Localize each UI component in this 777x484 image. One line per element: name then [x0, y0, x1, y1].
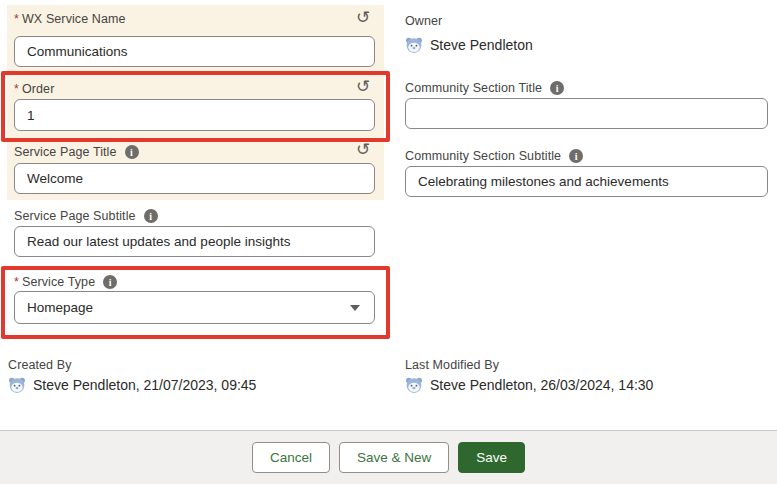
field-label-text: Created By: [8, 358, 72, 372]
user-avatar-icon: [405, 36, 423, 54]
last-modified-by-value: Steve Pendleton, 26/03/2024, 14:30: [405, 376, 653, 394]
form-footer: Cancel Save & New Save: [0, 430, 777, 484]
undo-icon[interactable]: ↺: [356, 78, 370, 95]
record-edit-form: * WX Service Name ↺ * Order ↺ Service Pa…: [0, 0, 777, 484]
caret-down-icon: [350, 305, 360, 311]
service-type-selected-value: Homepage: [27, 300, 93, 315]
info-icon[interactable]: i: [144, 209, 158, 223]
service-page-subtitle-label: Service Page Subtitle i: [14, 207, 375, 225]
order-input[interactable]: [14, 99, 375, 131]
user-avatar-icon: [405, 376, 423, 394]
undo-icon[interactable]: ↺: [356, 141, 370, 158]
undo-icon[interactable]: ↺: [356, 9, 370, 26]
created-by-text[interactable]: Steve Pendleton, 21/07/2023, 09:45: [33, 377, 256, 393]
owner-label: Owner: [405, 12, 442, 30]
user-avatar-icon: [8, 376, 26, 394]
service-type-select[interactable]: Homepage: [14, 291, 375, 324]
required-asterisk: *: [14, 82, 19, 96]
field-label-text: WX Service Name: [22, 12, 126, 26]
created-by-label: Created By: [8, 356, 72, 374]
service-page-subtitle-input[interactable]: [14, 226, 375, 257]
created-by-value: Steve Pendleton, 21/07/2023, 09:45: [8, 376, 256, 394]
last-modified-by-text[interactable]: Steve Pendleton, 26/03/2024, 14:30: [430, 377, 653, 393]
required-asterisk: *: [14, 275, 19, 289]
community-section-title-input[interactable]: [405, 98, 768, 129]
wx-service-name-label: * WX Service Name: [14, 10, 375, 28]
save-and-new-button[interactable]: Save & New: [339, 442, 449, 473]
order-label: * Order: [14, 80, 375, 98]
owner-value: Steve Pendleton: [405, 36, 533, 54]
field-label-text: Service Type: [22, 275, 95, 289]
service-type-label: * Service Type i: [14, 273, 375, 291]
field-label-text: Community Section Subtitle: [405, 149, 561, 163]
owner-name[interactable]: Steve Pendleton: [430, 37, 533, 53]
service-page-title-label: Service Page Title i: [14, 143, 375, 161]
field-label-text: Community Section Title: [405, 81, 542, 95]
save-button[interactable]: Save: [458, 442, 525, 473]
community-section-subtitle-input[interactable]: [405, 166, 768, 197]
field-label-text: Owner: [405, 14, 442, 28]
wx-service-name-input[interactable]: [14, 36, 375, 67]
info-icon[interactable]: i: [569, 149, 583, 163]
field-label-text: Service Page Title: [14, 145, 117, 159]
info-icon[interactable]: i: [125, 145, 139, 159]
info-icon[interactable]: i: [103, 275, 117, 289]
field-label-text: Order: [22, 82, 54, 96]
field-label-text: Service Page Subtitle: [14, 209, 136, 223]
community-section-title-label: Community Section Title i: [405, 79, 564, 97]
service-page-title-input[interactable]: [14, 163, 375, 194]
info-icon[interactable]: i: [550, 81, 564, 95]
field-label-text: Last Modified By: [405, 358, 499, 372]
last-modified-by-label: Last Modified By: [405, 356, 499, 374]
required-asterisk: *: [14, 12, 19, 26]
community-section-subtitle-label: Community Section Subtitle i: [405, 147, 583, 165]
cancel-button[interactable]: Cancel: [252, 442, 330, 473]
